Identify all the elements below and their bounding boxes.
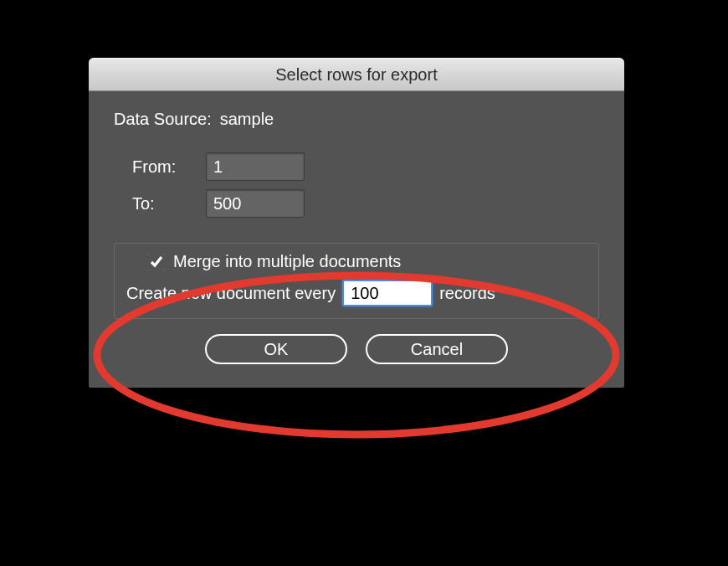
from-row: From: [114,152,599,181]
create-prefix: Create new document every [126,284,336,303]
data-source-row: Data Source: sample [114,110,599,129]
dialog-content: Data Source: sample From: To: Merge into… [89,91,624,388]
merge-checkbox[interactable] [148,254,165,270]
merge-check-row: Merge into multiple documents [125,252,588,271]
button-row: OK Cancel [114,334,599,364]
ok-button[interactable]: OK [205,334,347,364]
data-source-value: sample [220,110,274,129]
from-input[interactable] [206,152,305,181]
export-dialog: Select rows for export Data Source: samp… [89,58,624,388]
to-label: To: [114,194,206,214]
records-input[interactable] [342,280,433,306]
merge-group: Merge into multiple documents Create new… [114,243,599,319]
to-input[interactable] [206,189,305,218]
dialog-title: Select rows for export [275,65,437,85]
dialog-titlebar: Select rows for export [89,58,624,91]
data-source-label: Data Source: [114,110,212,129]
create-suffix: records [439,284,495,303]
merge-checkbox-label: Merge into multiple documents [173,252,401,271]
to-row: To: [114,189,599,218]
create-row: Create new document every records [125,280,588,306]
from-label: From: [114,157,206,177]
cancel-button[interactable]: Cancel [366,334,508,364]
